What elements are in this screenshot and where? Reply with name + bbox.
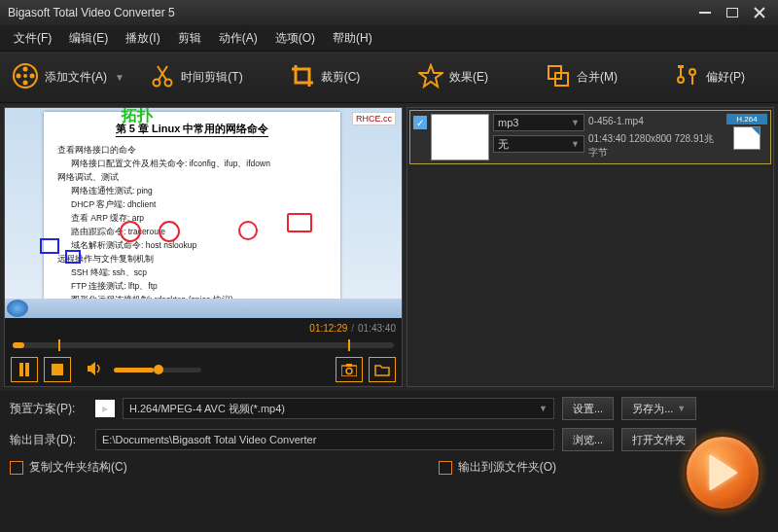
save-as-label: 另存为... <box>632 402 673 416</box>
profile-dropdown[interactable]: H.264/MPEG-4 AVC 视频(*.mp4)▼ <box>123 398 554 419</box>
svg-rect-0 <box>699 12 711 14</box>
format-tag: H.264 <box>726 114 767 124</box>
keep-structure-label: 复制文件夹结构(C) <box>29 459 127 476</box>
menu-file[interactable]: 文件(F) <box>6 27 59 50</box>
checkbox-icon <box>10 461 23 475</box>
merge-label: 合并(M) <box>577 69 618 86</box>
item-format-selectors: mp3▼ 无▼ <box>493 114 584 153</box>
item-meta: 01:43:40 1280x800 728.91兆字节 <box>588 132 723 160</box>
chevron-down-icon: ▼ <box>539 404 548 413</box>
crop-button[interactable]: 裁剪(C) <box>261 52 389 102</box>
checkbox-icon <box>439 461 452 475</box>
time-total: 01:43:40 <box>358 323 396 334</box>
time-trim-button[interactable]: 时间剪辑(T) <box>132 52 261 102</box>
svg-rect-16 <box>678 65 684 68</box>
item-filename: 0-456-1.mp4 <box>588 116 723 126</box>
content-area: RHCE.cc 拓扑 第 5 章 Linux 中常用的网络命令 查看网络接口的命… <box>0 103 778 391</box>
menu-option[interactable]: 选项(O) <box>267 27 323 50</box>
menu-play[interactable]: 播放(I) <box>118 27 167 50</box>
snapshot-folder-button[interactable] <box>369 357 396 382</box>
seek-bar[interactable] <box>5 337 402 353</box>
checkbox-row: 复制文件夹结构(C) 输出到源文件夹(O) <box>10 459 768 476</box>
time-display: 01:12:29 / 01:43:40 <box>5 318 402 337</box>
keep-structure-checkbox[interactable]: 复制文件夹结构(C) <box>10 459 127 476</box>
svg-point-8 <box>17 73 21 78</box>
chevron-down-icon: ▼ <box>571 118 580 127</box>
close-button[interactable] <box>749 5 770 20</box>
annotation-red-2 <box>159 221 180 242</box>
annotation-blue-1 <box>40 238 59 254</box>
film-reel-icon <box>12 62 39 92</box>
effect-button[interactable]: 效果(E) <box>389 52 517 102</box>
pause-button[interactable] <box>11 357 38 382</box>
output-to-source-checkbox[interactable]: 输出到源文件夹(O) <box>439 459 556 476</box>
settings-button[interactable]: 设置... <box>562 397 614 420</box>
svg-point-22 <box>346 368 352 373</box>
preferences-button[interactable]: 偏好(P) <box>646 52 774 102</box>
seek-marker-end[interactable] <box>348 339 350 351</box>
bottom-panel: 预置方案(P): ▶ H.264/MPEG-4 AVC 视频(*.mp4)▼ 设… <box>0 391 778 532</box>
menu-bar: 文件(F) 编辑(E) 播放(I) 剪辑 动作(A) 选项(O) 帮助(H) <box>0 25 778 51</box>
audio-format-dropdown[interactable]: mp3▼ <box>493 114 584 131</box>
item-info: 0-456-1.mp4 01:43:40 1280x800 728.91兆字节 <box>588 114 723 160</box>
time-current: 01:12:29 <box>309 323 347 334</box>
preview-taskbar <box>5 299 402 318</box>
merge-button[interactable]: 合并(M) <box>517 52 646 102</box>
volume-thumb[interactable] <box>154 365 163 374</box>
snapshot-button[interactable] <box>336 357 363 382</box>
maximize-button[interactable] <box>722 5 743 20</box>
list-item[interactable]: ✓ mp3▼ 无▼ 0-456-1.mp4 01:43:40 1280x800 … <box>409 110 771 164</box>
title-bar: Bigasoft Total Video Converter 5 <box>0 0 778 25</box>
menu-trim[interactable]: 剪辑 <box>170 27 209 50</box>
window-buttons <box>694 5 770 20</box>
window-title: Bigasoft Total Video Converter 5 <box>8 6 694 19</box>
menu-help[interactable]: 帮助(H) <box>325 27 380 50</box>
menu-edit[interactable]: 编辑(E) <box>61 27 116 50</box>
seek-track[interactable] <box>13 342 394 348</box>
item-thumbnail[interactable] <box>431 114 489 160</box>
time-separator: / <box>351 323 354 334</box>
svg-point-7 <box>23 80 28 85</box>
save-as-button[interactable]: 另存为...▼ <box>621 397 696 420</box>
main-toolbar: 添加文件(A) ▼ 时间剪辑(T) 裁剪(C) 效果(E) 合并(M) 偏好(P… <box>0 51 778 103</box>
annotation-red-4 <box>287 213 312 232</box>
annotation-green: 拓扑 <box>122 108 153 126</box>
add-file-button[interactable]: 添加文件(A) ▼ <box>4 52 132 102</box>
minimize-button[interactable] <box>694 5 716 20</box>
svg-rect-20 <box>341 366 357 376</box>
sheet-icon <box>733 126 760 150</box>
svg-rect-19 <box>52 364 63 375</box>
item-checkbox[interactable]: ✓ <box>413 116 427 129</box>
start-orb-icon <box>7 300 28 317</box>
profile-label: 预置方案(P): <box>10 401 88 417</box>
file-list-pane: ✓ mp3▼ 无▼ 0-456-1.mp4 01:43:40 1280x800 … <box>407 107 774 387</box>
convert-button[interactable] <box>685 435 760 511</box>
chevron-down-icon: ▼ <box>677 404 686 413</box>
annotation-red-3 <box>238 221 258 240</box>
seek-marker-start[interactable] <box>58 339 60 351</box>
menu-action[interactable]: 动作(A) <box>211 27 265 50</box>
svg-point-9 <box>23 74 27 78</box>
crop-label: 裁剪(C) <box>321 69 361 86</box>
watermark: RHCE.cc <box>352 112 396 125</box>
open-folder-button[interactable]: 打开文件夹 <box>621 428 696 451</box>
volume-fill <box>114 368 154 372</box>
audio-format-value: mp3 <box>498 117 518 128</box>
svg-rect-1 <box>726 8 738 18</box>
preferences-label: 偏好(P) <box>706 69 745 86</box>
settings-label: 设置... <box>573 402 603 416</box>
volume-icon[interactable] <box>87 361 104 379</box>
output-path-input[interactable] <box>95 429 554 450</box>
chevron-down-icon: ▼ <box>115 72 124 83</box>
output-label: 输出目录(D): <box>10 432 88 448</box>
svg-point-10 <box>154 79 160 86</box>
volume-slider[interactable] <box>114 368 201 372</box>
video-format-dropdown[interactable]: 无▼ <box>493 135 584 153</box>
svg-rect-17 <box>19 363 23 376</box>
browse-button[interactable]: 浏览... <box>562 428 614 451</box>
seek-fill <box>13 342 24 348</box>
stop-button[interactable] <box>44 357 71 382</box>
preview-canvas[interactable]: RHCE.cc 拓扑 第 5 章 Linux 中常用的网络命令 查看网络接口的命… <box>5 108 402 318</box>
time-trim-label: 时间剪辑(T) <box>181 69 242 86</box>
output-format-badge[interactable]: H.264 <box>726 114 767 150</box>
